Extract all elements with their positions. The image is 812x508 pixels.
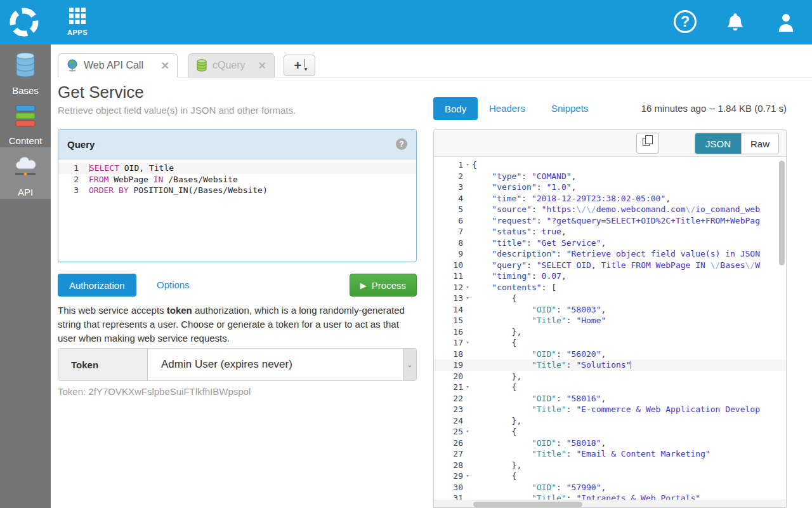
token-selected-value: Admin User (expires never)	[148, 349, 403, 380]
vertical-scrollbar[interactable]	[779, 161, 785, 265]
token: ORDER BY	[89, 185, 129, 195]
token: "58016"	[566, 394, 601, 403]
line-number: 23	[434, 404, 463, 415]
line-number: 20	[434, 371, 463, 382]
token: "OID"	[532, 438, 556, 448]
tab-headers[interactable]: Headers	[489, 103, 525, 114]
line-number: 24	[434, 415, 463, 427]
code-text: "request": "?get&query=SELECT+OID%2C+Tit…	[472, 215, 786, 227]
query-editor[interactable]: 1SELECT OID, Title2FROM WebPage IN /Base…	[58, 159, 416, 196]
code-text: "Title": "E-commerce & Web Application D…	[472, 404, 786, 415]
fold-gutter	[463, 460, 472, 471]
token: },	[472, 327, 521, 337]
format-raw-button[interactable]: Raw	[741, 133, 778, 154]
code-line: 10 "query": "SELECT OID, Title FROM WebP…	[434, 260, 786, 271]
fold-arrow-icon[interactable]: ▾	[463, 159, 472, 171]
line-number: 19	[434, 359, 463, 371]
sidebar-item-content[interactable]: Content	[0, 96, 51, 147]
notifications-button[interactable]	[723, 10, 747, 34]
response-json-viewer[interactable]: 1▾{2 "type": "COMAND",3 "version": "1.0"…	[434, 157, 786, 508]
fold-arrow-icon[interactable]: ▾	[463, 282, 472, 293]
database-icon	[11, 71, 39, 82]
sidebar-item-bases[interactable]: Bases	[0, 44, 51, 96]
fold-arrow-icon[interactable]: ▾	[463, 471, 472, 482]
token: "query"	[492, 260, 527, 270]
user-icon	[774, 25, 798, 36]
plus-icon: +	[294, 58, 301, 72]
token-select[interactable]: Token Admin User (expires never) ⌄	[58, 348, 417, 381]
token	[472, 238, 492, 248]
token: "type"	[492, 171, 521, 181]
webcomand-logo-icon[interactable]	[8, 6, 41, 39]
code-text: FROM WebPage IN /Bases/Website	[89, 174, 238, 185]
token	[472, 316, 532, 325]
page-title: Get Service	[58, 83, 144, 102]
token: "2018-12-29T23:38:02-05:00"	[532, 194, 665, 203]
tab-label: cQuery	[213, 60, 246, 71]
fold-arrow-icon[interactable]: ▾	[463, 337, 472, 349]
code-line: 19 "Title": "Solutions"	[434, 359, 786, 371]
code-line: 3 "version": "1.0",	[434, 182, 786, 193]
content-stack-icon	[11, 121, 39, 132]
code-line: 20 },	[434, 371, 786, 382]
close-icon[interactable]: ✕	[253, 60, 266, 72]
tab-snippets[interactable]: Snippets	[551, 103, 588, 114]
authorization-description: This web service accepts token authoriza…	[58, 304, 417, 345]
token: "OID"	[532, 305, 556, 314]
token	[472, 305, 532, 314]
query-panel-title: Query	[67, 139, 95, 150]
tab-body[interactable]: Body	[433, 97, 478, 120]
fold-gutter	[463, 371, 472, 382]
user-menu-button[interactable]	[774, 10, 798, 34]
code-line: 12▾ "contents": [	[434, 282, 786, 293]
tab-options[interactable]: Options	[157, 279, 190, 290]
new-tab-button[interactable]: + ▾	[284, 55, 315, 76]
token: "title"	[492, 238, 527, 248]
token: :	[556, 394, 566, 403]
process-label: Process	[372, 280, 406, 291]
fold-gutter	[463, 304, 472, 316]
fold-arrow-icon[interactable]: ▾	[463, 426, 472, 438]
token: \/	[686, 204, 696, 214]
scrollbar-thumb[interactable]	[473, 502, 582, 507]
format-json-button[interactable]: JSON	[695, 133, 741, 154]
line-number: 3	[434, 182, 463, 193]
fold-arrow-icon[interactable]: ▾	[463, 293, 472, 304]
process-button[interactable]: ▶ Process	[350, 274, 417, 297]
help-button[interactable]: ?	[674, 10, 698, 34]
query-help-icon[interactable]: ?	[396, 138, 407, 150]
code-line: 9 "description": "Retrieve object field …	[434, 248, 786, 260]
tab-authorization[interactable]: Authorization	[58, 274, 136, 297]
copy-button[interactable]	[636, 133, 659, 154]
token: "contents"	[492, 283, 541, 292]
tab-cquery[interactable]: cQuery ✕	[188, 53, 275, 77]
code-text: {	[472, 337, 786, 349]
token: "status"	[492, 227, 532, 236]
sidebar-item-api[interactable]: API	[0, 147, 51, 199]
fold-arrow-icon[interactable]: ▾	[463, 382, 472, 393]
code-line: 2 "type": "COMAND",	[434, 171, 786, 182]
token: SELECT	[89, 163, 119, 173]
token: "SELECT OID, Title FROM WebPage IN	[537, 260, 710, 270]
token: Bases	[720, 260, 745, 270]
horizontal-scrollbar[interactable]	[434, 500, 786, 508]
token	[472, 249, 492, 258]
token	[472, 271, 492, 281]
token: },	[472, 371, 521, 381]
close-icon[interactable]: ✕	[156, 60, 169, 72]
token: true	[542, 227, 561, 236]
token: OID, Title	[119, 163, 174, 173]
token: "https:	[542, 204, 577, 214]
fold-gutter	[79, 174, 89, 185]
code-text: },	[472, 460, 786, 471]
token: },	[472, 416, 521, 425]
token: ,	[601, 305, 606, 314]
token: "58003"	[566, 305, 601, 314]
token: :	[537, 182, 547, 192]
select-chevron-icon[interactable]: ⌄	[403, 349, 416, 380]
tab-web-api-call[interactable]: Web API Call ✕	[58, 53, 178, 77]
line-number: 25	[434, 426, 463, 438]
code-text: ORDER BY POSITION_IN(/Bases/Website)	[89, 185, 268, 196]
apps-button[interactable]: APPS	[62, 6, 93, 39]
code-text: },	[472, 415, 786, 427]
